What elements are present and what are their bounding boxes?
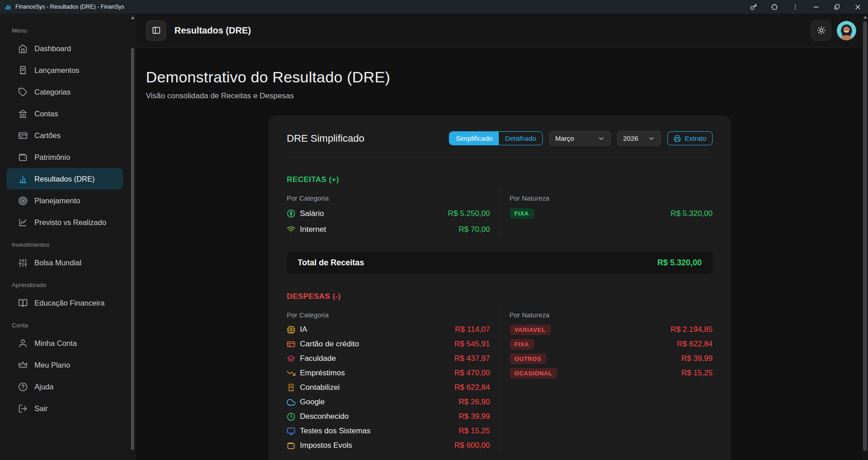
sidebar-item-previsto-vs-realizado[interactable]: Previsto vs Realizado xyxy=(6,211,123,233)
restore-button[interactable] xyxy=(826,0,847,14)
category-row: ContabilizeiR$ 622,84 xyxy=(287,380,490,395)
scroll-up-arrow[interactable] xyxy=(863,16,867,19)
sidebar-item-sair[interactable]: Sair xyxy=(6,398,123,419)
category-row: InternetR$ 70,00 xyxy=(287,221,490,237)
category-value: R$ 114,07 xyxy=(455,325,490,334)
chevron-down-icon xyxy=(598,135,605,142)
avatar-image xyxy=(837,21,856,40)
total-receitas-value: R$ 5.320,00 xyxy=(657,258,702,268)
sidebar-item-label: Cartões xyxy=(34,131,61,140)
wifi-icon xyxy=(287,225,295,234)
extrato-button[interactable]: Extrato xyxy=(667,131,713,145)
sidebar-item-dashboard[interactable]: Dashboard xyxy=(6,38,123,59)
sidebar-item-label: Patrimônio xyxy=(34,153,70,162)
category-value: R$ 39,99 xyxy=(459,412,490,421)
sidebar-item-label: Lançamentos xyxy=(34,66,79,75)
window-titlebar: FinanceSys - Resultados (DRE) - FinanSys xyxy=(0,0,868,14)
sidebar-item-cartoes[interactable]: Cartões xyxy=(6,125,123,146)
sidebar-item-meu-plano[interactable]: Meu Plano xyxy=(6,354,123,376)
nature-value: R$ 622,84 xyxy=(677,340,713,349)
sidebar-item-planejamento[interactable]: Planejamento xyxy=(6,190,123,211)
sidebar-item-label: Categorias xyxy=(34,88,71,96)
card-divider xyxy=(287,157,713,157)
bar-chart-icon xyxy=(18,174,28,184)
sidebar-toggle-button[interactable] xyxy=(146,20,166,41)
receipt-icon xyxy=(287,383,295,392)
sidebar-item-label: Minha Conta xyxy=(34,339,77,348)
sidebar-item-bolsa-mundial[interactable]: Bolsa Mundial xyxy=(6,252,123,273)
category-label: Impostos Evols xyxy=(300,441,352,450)
category-label: Contabilizei xyxy=(300,383,340,392)
nature-row: VARIAVELR$ 2.194,85 xyxy=(510,322,713,337)
kebab-menu-icon[interactable] xyxy=(785,0,805,14)
category-label: Internet xyxy=(300,225,326,234)
category-label: Faculdade xyxy=(300,354,336,363)
toggle-simplificado[interactable]: Simplificado xyxy=(449,132,499,145)
close-button[interactable] xyxy=(847,0,868,14)
sidebar-item-educacao-financeira[interactable]: Educação Financeira xyxy=(6,292,123,314)
graduation-cap-icon xyxy=(287,355,295,363)
password-key-icon[interactable] xyxy=(743,0,764,14)
sliders-icon xyxy=(18,258,28,268)
category-label: IA xyxy=(300,325,307,334)
sidebar-item-label: Educação Financeira xyxy=(34,299,105,307)
category-row: GoogleR$ 26,90 xyxy=(287,395,490,409)
sidebar-item-minha-conta[interactable]: Minha Conta xyxy=(6,332,123,354)
theme-toggle-button[interactable] xyxy=(811,20,831,41)
category-row: Impostos EvolsR$ 600,00 xyxy=(287,438,490,453)
nature-badge: OCASIONAL xyxy=(510,368,557,379)
sidebar-item-label: Resultados (DRE) xyxy=(34,175,95,183)
sidebar-item-contas[interactable]: Contas xyxy=(6,103,123,125)
sidebar-scroll-thumb[interactable] xyxy=(131,48,134,450)
monitor-icon xyxy=(287,427,295,436)
sidebar-item-ajuda[interactable]: Ajuda xyxy=(6,376,123,398)
panel-left-icon xyxy=(152,26,161,35)
sidebar-item-resultados-dre[interactable]: Resultados (DRE) xyxy=(6,168,123,190)
nature-row: FIXAR$ 5.320,00 xyxy=(510,206,713,221)
clock-icon xyxy=(287,412,295,421)
dre-card: DRE Simplificado Simplificado Detalhado … xyxy=(269,115,731,460)
sidebar-item-patrimonio[interactable]: Patrimônio xyxy=(6,146,123,168)
sidebar-item-categorias[interactable]: Categorias xyxy=(6,81,123,103)
sidebar-item-label: Dashboard xyxy=(34,44,71,53)
main-scroll-thumb[interactable] xyxy=(863,21,867,451)
extensions-icon[interactable] xyxy=(764,0,785,14)
nature-value: R$ 15,25 xyxy=(681,369,713,378)
despesas-heading: DESPESAS (-) xyxy=(287,292,713,301)
year-select[interactable]: 2026 xyxy=(617,131,661,146)
main-area: Resultados (DRE) Demonstrativo do Result… xyxy=(136,14,868,460)
sidebar-nav: MenuDashboardLançamentosCategoriasContas… xyxy=(0,27,136,419)
minimize-button[interactable] xyxy=(805,0,826,14)
receitas-by-category-label: Por Categoria xyxy=(287,194,490,202)
home-icon xyxy=(18,44,28,53)
category-value: R$ 5.250,00 xyxy=(448,209,490,218)
header-title: Resultados (DRE) xyxy=(174,25,811,36)
sidebar-section-label: Aprendizado xyxy=(12,282,136,288)
tag-icon xyxy=(18,87,28,97)
category-row: SalárioR$ 5.250,00 xyxy=(287,206,490,221)
category-value: R$ 622,84 xyxy=(454,383,490,392)
receipt-icon xyxy=(18,66,28,75)
total-receitas-bar: Total de Receitas R$ 5.320,00 xyxy=(287,252,713,274)
scroll-up-arrow[interactable] xyxy=(131,16,135,19)
category-row: EmpréstimosR$ 470,00 xyxy=(287,366,490,380)
cpu-icon xyxy=(287,326,295,334)
category-label: Testes dos Sistemas xyxy=(300,426,371,436)
category-value: R$ 15,25 xyxy=(459,426,490,436)
nature-badge: FIXA xyxy=(510,339,534,350)
user-avatar[interactable] xyxy=(837,21,856,40)
sidebar-section-label: Conta xyxy=(12,322,136,329)
despesas-grid: Por Categoria IAR$ 114,07Cartão de crédi… xyxy=(287,304,713,453)
wallet-icon xyxy=(18,153,28,162)
category-row: Cartão de créditoR$ 545,91 xyxy=(287,337,490,351)
total-receitas-label: Total de Receitas xyxy=(298,258,364,268)
toggle-detalhado[interactable]: Detalhado xyxy=(499,132,542,145)
month-select[interactable]: Março xyxy=(549,131,611,146)
main-scrollbar[interactable] xyxy=(862,14,868,460)
nature-value: R$ 2.194,85 xyxy=(670,325,713,334)
sidebar-item-lancamentos[interactable]: Lançamentos xyxy=(6,59,123,81)
column-divider xyxy=(500,187,500,237)
sidebar-section-label: Investimentos xyxy=(12,241,136,248)
category-label: Empréstimos xyxy=(300,369,345,378)
sidebar-scrollbar[interactable] xyxy=(130,15,135,460)
